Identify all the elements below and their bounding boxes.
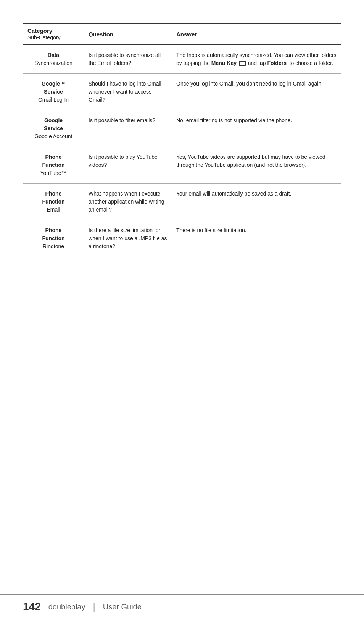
category-sub: Gmail Log-In [27, 96, 79, 104]
bold-folders: Folders [267, 60, 287, 66]
menu-key-icon [239, 61, 246, 66]
bold-menu-key: Menu Key [211, 60, 237, 66]
question-cell: Is there a file size limitation for when… [84, 220, 172, 257]
answer-cell: Your email will automatically be saved a… [172, 184, 341, 220]
product-name: doubleplay [48, 603, 85, 611]
footer-separator: | [93, 601, 95, 612]
category-main: Google [27, 116, 79, 124]
answer-cell: Yes, YouTube videos are supported but ma… [172, 147, 341, 184]
table-row: Phone Function Email What happens when I… [23, 184, 341, 220]
answer-cell: No, email filtering is not supported via… [172, 110, 341, 147]
category-sub: Ringtone [27, 242, 79, 251]
table-row: Data Synchronization Is it possible to s… [23, 45, 341, 74]
category-main: Phone [27, 190, 79, 198]
table-row: Google Service Google Account Is it poss… [23, 110, 341, 147]
col-header-category: Category Sub-Category [23, 23, 84, 45]
page-footer: 142 doubleplay | User Guide [0, 594, 364, 619]
category-cell: Google™ Service Gmail Log-In [23, 74, 84, 110]
question-cell: Is it possible to filter emails? [84, 110, 172, 147]
answer-cell: Once you log into Gmail, you don't need … [172, 74, 341, 110]
category-main: Data [27, 51, 79, 59]
category-cell: Google Service Google Account [23, 110, 84, 147]
category-sub: Email [27, 206, 79, 214]
category-cell: Phone Function Ringtone [23, 220, 84, 257]
category-cell: Data Synchronization [23, 45, 84, 74]
category-main2: Function [27, 198, 79, 206]
table-row: Google™ Service Gmail Log-In Should I ha… [23, 74, 341, 110]
question-cell: Is it possible to synchronize all the Em… [84, 45, 172, 74]
category-main: Phone [27, 226, 79, 234]
category-main2: Service [27, 88, 79, 96]
category-cell: Phone Function Email [23, 184, 84, 220]
table-row: Phone Function Ringtone Is there a file … [23, 220, 341, 257]
category-main2: Service [27, 124, 79, 133]
category-sub: Synchronization [27, 59, 79, 67]
category-main2: Function [27, 161, 79, 169]
answer-cell: The Inbox is automatically synchronized.… [172, 45, 341, 74]
category-cell: Phone Function YouTube™ [23, 147, 84, 184]
category-main-header: Category [27, 27, 52, 34]
page-number: 142 [23, 601, 41, 613]
category-main: Google™ [27, 80, 79, 88]
category-sub-header: Sub-Category [27, 34, 60, 40]
category-main2: Function [27, 234, 79, 242]
question-cell: Is it possible to play YouTube videos? [84, 147, 172, 184]
guide-label: User Guide [103, 603, 142, 611]
category-sub: YouTube™ [27, 169, 79, 177]
table-row: Phone Function YouTube™ Is it possible t… [23, 147, 341, 184]
answer-cell: There is no file size limitation. [172, 220, 341, 257]
col-header-answer: Answer [172, 23, 341, 45]
col-header-question: Question [84, 23, 172, 45]
category-sub: Google Account [27, 133, 79, 141]
category-main: Phone [27, 153, 79, 161]
question-cell: What happens when I execute another appl… [84, 184, 172, 220]
question-cell: Should I have to log into Gmail whenever… [84, 74, 172, 110]
